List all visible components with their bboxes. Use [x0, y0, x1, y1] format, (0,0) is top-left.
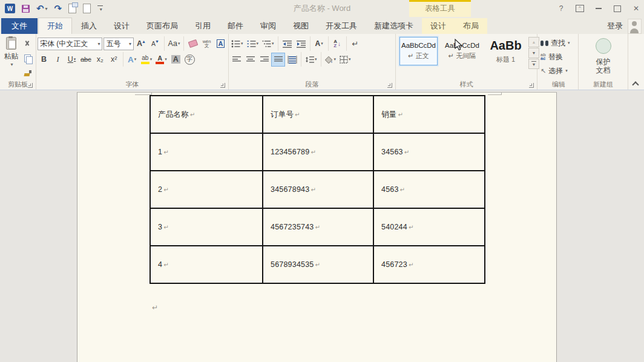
- font-size-combobox[interactable]: 五号▾: [104, 38, 134, 50]
- text-effects-button[interactable]: A▾: [126, 53, 139, 66]
- change-case-button[interactable]: Aa▾: [167, 38, 181, 50]
- table-cell[interactable]: 5678934535↵: [263, 246, 373, 283]
- minimize-button[interactable]: [594, 4, 603, 13]
- tab-home[interactable]: 开始: [38, 18, 72, 34]
- table-cell[interactable]: 123456789↵: [263, 133, 373, 171]
- cut-button[interactable]: [21, 38, 34, 50]
- table-cell[interactable]: 销量↵: [373, 96, 485, 133]
- align-center-button[interactable]: [244, 53, 257, 66]
- tab-table-design[interactable]: 设计: [422, 18, 455, 34]
- style-normal[interactable]: AaBbCcDd ↵ 正文: [399, 37, 438, 65]
- tab-mailings[interactable]: 邮件: [219, 18, 252, 34]
- tab-insert[interactable]: 插入: [73, 18, 105, 34]
- font-name-combobox[interactable]: 宋体 (中文正文▾: [38, 38, 102, 50]
- show-hide-marks-button[interactable]: ↵: [349, 38, 362, 50]
- find-button[interactable]: 查找▾: [540, 37, 577, 49]
- table-cell[interactable]: 4↵: [150, 246, 263, 283]
- table-cell[interactable]: 4567235743↵: [263, 208, 373, 246]
- bullets-button[interactable]: ▾: [230, 38, 245, 50]
- ribbon-display-options-button[interactable]: ^: [576, 4, 584, 13]
- table-cell[interactable]: 订单号↵: [263, 96, 373, 133]
- maximize-button[interactable]: [613, 4, 622, 13]
- distribute-button[interactable]: [286, 53, 298, 66]
- customize-qat-button[interactable]: ▾: [97, 3, 103, 14]
- paste-button[interactable]: 粘贴 ▾: [1, 36, 21, 80]
- table-cell[interactable]: 4563↵: [373, 171, 485, 208]
- table-row[interactable]: 3↵ 4567235743↵ 540244↵: [150, 208, 485, 246]
- dialog-launcher-icon[interactable]: [529, 83, 534, 88]
- strikethrough-button[interactable]: abc: [79, 53, 93, 66]
- undo-button[interactable]: ↶▾: [36, 3, 48, 14]
- underline-button[interactable]: U▾: [65, 53, 78, 66]
- close-button[interactable]: ✕: [632, 4, 640, 13]
- tab-design[interactable]: 设计: [105, 18, 138, 34]
- tab-file[interactable]: 文件: [1, 18, 38, 34]
- table-header-row[interactable]: 产品名称↵ 订单号↵ 销量↵: [150, 96, 485, 133]
- shading-button[interactable]: ▾: [324, 53, 338, 66]
- select-button[interactable]: ↖选择▾: [540, 65, 577, 77]
- protect-document-button[interactable]: 保护文档: [596, 36, 611, 74]
- text-highlight-button[interactable]: ab▾: [140, 53, 154, 66]
- table-cell[interactable]: 1↵: [150, 133, 263, 171]
- numbering-button[interactable]: ▾: [246, 38, 260, 50]
- justify-button[interactable]: [272, 53, 284, 66]
- document-page[interactable]: 产品名称↵ 订单号↵ 销量↵ 1↵ 123456789↵ 34563↵ 2↵ 3…: [77, 92, 557, 362]
- send-page-button[interactable]: [68, 3, 76, 14]
- align-left-button[interactable]: [230, 53, 243, 66]
- redo-button[interactable]: ↷: [54, 3, 62, 14]
- style-heading-1[interactable]: AaBb 标题 1: [487, 37, 525, 65]
- align-right-button[interactable]: [258, 53, 271, 66]
- decrease-indent-button[interactable]: [281, 38, 294, 50]
- shrink-font-button[interactable]: A▼: [149, 38, 162, 50]
- enclose-characters-button[interactable]: 字: [183, 53, 196, 66]
- dialog-launcher-icon[interactable]: [387, 83, 392, 88]
- word-logo-icon[interactable]: W: [5, 3, 15, 14]
- font-color-button[interactable]: A▾: [154, 53, 168, 66]
- table-cell[interactable]: 产品名称↵: [150, 96, 263, 133]
- grow-font-button[interactable]: A▲: [135, 38, 148, 50]
- tab-view[interactable]: 视图: [284, 18, 317, 34]
- table-cell[interactable]: 34563↵: [373, 133, 485, 171]
- document-table[interactable]: 产品名称↵ 订单号↵ 销量↵ 1↵ 123456789↵ 34563↵ 2↵ 3…: [150, 95, 485, 284]
- replace-button[interactable]: abac替换: [540, 51, 577, 63]
- line-spacing-button[interactable]: ▾: [304, 53, 318, 66]
- avatar-icon[interactable]: [628, 19, 642, 34]
- tab-page-layout[interactable]: 页面布局: [138, 18, 186, 34]
- tab-table-layout[interactable]: 布局: [455, 18, 487, 34]
- table-cell[interactable]: 456723↵: [373, 246, 485, 283]
- tab-references[interactable]: 引用: [186, 18, 219, 34]
- table-cell[interactable]: 540244↵: [373, 208, 485, 246]
- dialog-launcher-icon[interactable]: [220, 83, 225, 88]
- asian-layout-button[interactable]: A▾: [313, 38, 326, 50]
- clear-formatting-button[interactable]: [186, 38, 199, 50]
- multilevel-list-button[interactable]: ▾: [261, 38, 275, 50]
- subscript-button[interactable]: x₂: [94, 53, 107, 66]
- help-button[interactable]: ?: [557, 4, 565, 13]
- collapse-ribbon-button[interactable]: [632, 81, 638, 86]
- phonetic-guide-button[interactable]: wén文: [200, 38, 213, 50]
- dialog-launcher-icon[interactable]: [28, 83, 33, 88]
- superscript-button[interactable]: x²: [108, 53, 120, 66]
- format-painter-button[interactable]: [21, 67, 34, 79]
- character-shading-button[interactable]: A: [169, 53, 182, 66]
- bold-button[interactable]: B: [38, 53, 50, 66]
- sign-in-link[interactable]: 登录: [607, 18, 623, 34]
- table-cell[interactable]: 345678943↵: [263, 171, 373, 208]
- table-cell[interactable]: 3↵: [150, 208, 263, 246]
- italic-button[interactable]: I: [51, 53, 64, 66]
- new-document-button[interactable]: [83, 3, 91, 14]
- sort-button[interactable]: AZ↓: [331, 38, 344, 50]
- table-row[interactable]: 2↵ 345678943↵ 4563↵: [150, 171, 485, 208]
- tab-developer[interactable]: 开发工具: [317, 18, 366, 34]
- table-cell[interactable]: 2↵: [150, 171, 263, 208]
- table-row[interactable]: 4↵ 5678934535↵ 456723↵: [150, 246, 485, 283]
- table-row[interactable]: 1↵ 123456789↵ 34563↵: [150, 133, 485, 171]
- borders-button[interactable]: ▾: [338, 53, 352, 66]
- character-border-button[interactable]: A: [214, 38, 227, 50]
- style-no-spacing[interactable]: AaBbCcDd ↵ 无间隔: [443, 37, 481, 65]
- save-button[interactable]: [22, 3, 30, 14]
- copy-button[interactable]: [21, 52, 34, 65]
- increase-indent-button[interactable]: [295, 38, 307, 50]
- tab-review[interactable]: 审阅: [252, 18, 284, 34]
- tab-new-custom[interactable]: 新建选项卡: [366, 18, 422, 34]
